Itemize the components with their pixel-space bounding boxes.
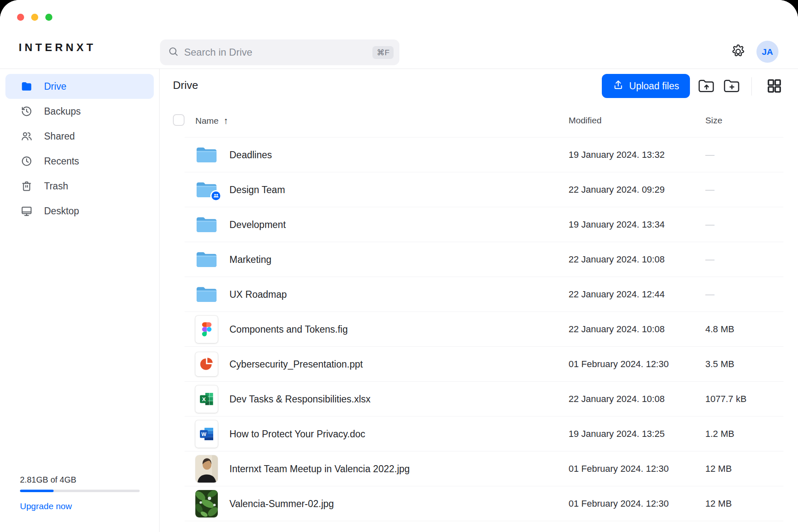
storage-progress-fill bbox=[20, 490, 54, 492]
sidebar-item-shared[interactable]: Shared bbox=[5, 124, 154, 149]
sidebar-item-recents[interactable]: Recents bbox=[5, 149, 154, 174]
file-modified-date: 19 January 2024. 13:25 bbox=[569, 429, 665, 439]
desktop-icon bbox=[20, 205, 33, 217]
table-row[interactable]: Internxt Team Meetup in Valencia 2022.jp… bbox=[185, 451, 783, 486]
zoom-window-button[interactable] bbox=[45, 14, 52, 21]
sidebar-item-drive[interactable]: Drive bbox=[5, 74, 154, 99]
search-input[interactable] bbox=[179, 47, 372, 58]
svg-text:W: W bbox=[202, 431, 207, 437]
file-modified-date: 01 February 2024. 12:30 bbox=[569, 463, 669, 474]
table-row[interactable]: Development 19 January 2024. 13:34 — bbox=[185, 207, 783, 242]
table-row[interactable]: Marketing 22 January 2024. 10:08 — bbox=[185, 242, 783, 277]
search-icon bbox=[167, 46, 179, 59]
internxt-logo: INTERNXT bbox=[19, 41, 96, 54]
upload-folder-icon[interactable] bbox=[698, 77, 715, 95]
folder-icon bbox=[192, 145, 221, 165]
sidebar-nav: Drive Backups Shared Recents Trash Deskt… bbox=[0, 69, 159, 223]
titlebar: INTERNXT ⌘F JA bbox=[0, 0, 798, 69]
grid-view-icon[interactable] bbox=[766, 77, 783, 95]
table-row[interactable]: Components and Tokens.fig 22 January 202… bbox=[185, 312, 783, 347]
table-header: Name ↑ Modified Size bbox=[160, 109, 798, 132]
drive-folder-icon bbox=[20, 80, 33, 93]
table-row[interactable]: Cybersecurity_Presentation.ppt 01 Februa… bbox=[185, 347, 783, 382]
file-list: Deadlines 19 January 2024. 13:32 — Desig… bbox=[185, 137, 783, 521]
new-folder-icon[interactable] bbox=[723, 77, 741, 95]
folder-icon bbox=[192, 250, 221, 270]
svg-text:X: X bbox=[202, 396, 206, 402]
sidebar-item-backups[interactable]: Backups bbox=[5, 99, 154, 124]
upload-icon bbox=[613, 79, 624, 93]
settings-gear-icon[interactable] bbox=[730, 43, 746, 60]
file-size: 1.2 MB bbox=[705, 429, 734, 439]
table-row[interactable]: Design Team 22 January 2024. 09:29 — bbox=[185, 172, 783, 207]
file-name: Marketing bbox=[229, 254, 271, 265]
sidebar-item-label: Backups bbox=[44, 106, 81, 117]
file-name: Valencia-Summer-02.jpg bbox=[229, 498, 334, 509]
folder-icon bbox=[192, 215, 221, 235]
trash-icon bbox=[20, 180, 33, 192]
upload-files-label: Upload files bbox=[629, 81, 679, 92]
table-row[interactable]: X Dev Tasks & Responsibilities.xlsx 22 J… bbox=[185, 382, 783, 417]
file-name: How to Protect Your Privacy.doc bbox=[229, 428, 365, 439]
file-name: Deadlines bbox=[229, 149, 272, 160]
sidebar-item-label: Drive bbox=[44, 81, 66, 92]
shared-icon bbox=[20, 130, 33, 142]
sidebar: Drive Backups Shared Recents Trash Deskt… bbox=[0, 69, 160, 532]
file-size: 3.5 MB bbox=[705, 359, 734, 370]
file-size: 1077.7 kB bbox=[705, 394, 746, 405]
page-title: Drive bbox=[173, 79, 198, 92]
file-modified-date: 19 January 2024. 13:32 bbox=[569, 150, 665, 160]
sidebar-item-trash[interactable]: Trash bbox=[5, 174, 154, 199]
select-all-checkbox[interactable] bbox=[173, 114, 185, 126]
file-name: UX Roadmap bbox=[229, 289, 287, 300]
sidebar-item-desktop[interactable]: Desktop bbox=[5, 199, 154, 223]
photo-thumbnail bbox=[192, 490, 221, 517]
recents-icon bbox=[20, 155, 33, 167]
backups-icon bbox=[20, 105, 33, 118]
file-name: Development bbox=[229, 219, 286, 230]
file-name: Components and Tokens.fig bbox=[229, 324, 348, 335]
file-modified-date: 22 January 2024. 10:08 bbox=[569, 324, 665, 335]
main-content: Drive Upload files bbox=[160, 69, 798, 532]
upload-files-button[interactable]: Upload files bbox=[602, 74, 690, 98]
file-size: 4.8 MB bbox=[705, 324, 734, 335]
sidebar-item-label: Shared bbox=[44, 131, 75, 142]
window-controls bbox=[17, 14, 52, 21]
powerpoint-file-icon bbox=[192, 352, 221, 376]
table-row[interactable]: Valencia-Summer-02.jpg 01 February 2024.… bbox=[185, 486, 783, 521]
upgrade-now-link[interactable]: Upgrade now bbox=[20, 501, 140, 511]
search-bar[interactable]: ⌘F bbox=[160, 39, 399, 65]
file-name: Cybersecurity_Presentation.ppt bbox=[229, 358, 363, 370]
storage-widget: 2.81GB of 4GB Upgrade now bbox=[20, 475, 140, 511]
search-shortcut-badge: ⌘F bbox=[372, 46, 394, 59]
file-size: — bbox=[705, 254, 714, 265]
file-modified-date: 22 January 2024. 10:08 bbox=[569, 254, 665, 265]
file-size: 12 MB bbox=[705, 498, 732, 509]
table-row[interactable]: UX Roadmap 22 January 2024. 12:44 — bbox=[185, 277, 783, 312]
column-header-size[interactable]: Size bbox=[705, 115, 722, 125]
app-window: INTERNXT ⌘F JA Drive Backups bbox=[0, 0, 798, 532]
shared-badge-icon bbox=[210, 190, 222, 201]
avatar[interactable]: JA bbox=[756, 41, 778, 63]
table-row[interactable]: W How to Protect Your Privacy.doc 19 Jan… bbox=[185, 417, 783, 451]
storage-progress-bar bbox=[20, 490, 140, 492]
column-header-name[interactable]: Name ↑ bbox=[195, 115, 228, 126]
minimize-window-button[interactable] bbox=[31, 14, 38, 21]
storage-usage-label: 2.81GB of 4GB bbox=[20, 475, 140, 485]
sort-asc-icon: ↑ bbox=[224, 115, 228, 126]
close-window-button[interactable] bbox=[17, 14, 24, 21]
table-row[interactable]: Deadlines 19 January 2024. 13:32 — bbox=[185, 137, 783, 172]
file-name: Design Team bbox=[229, 184, 285, 195]
column-header-modified[interactable]: Modified bbox=[569, 115, 601, 125]
photo-thumbnail bbox=[192, 455, 221, 483]
excel-file-icon: X bbox=[192, 385, 221, 413]
file-size: — bbox=[705, 184, 714, 195]
folder-icon bbox=[192, 284, 221, 304]
file-modified-date: 22 January 2024. 12:44 bbox=[569, 289, 665, 300]
file-name: Dev Tasks & Responsibilities.xlsx bbox=[229, 393, 371, 405]
file-modified-date: 01 February 2024. 12:30 bbox=[569, 359, 669, 370]
file-modified-date: 22 January 2024. 09:29 bbox=[569, 184, 665, 195]
toolbar-divider bbox=[751, 77, 752, 96]
file-size: — bbox=[705, 289, 714, 300]
file-size: — bbox=[705, 150, 714, 160]
